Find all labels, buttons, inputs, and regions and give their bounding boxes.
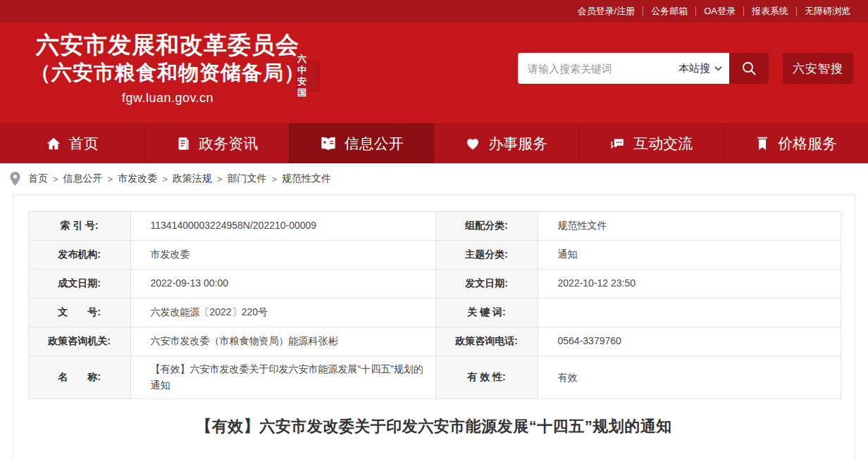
link-oa-login[interactable]: OA登录 [696, 6, 744, 16]
nav-item-services[interactable]: 办事服务 [434, 123, 579, 163]
site-domain: fgw.luan.gov.cn [8, 91, 327, 106]
meta-label-group-category: 组配分类: [436, 212, 538, 241]
breadcrumb-policy[interactable]: 政策法规 [173, 172, 212, 185]
site-brand[interactable]: 六安市发展和改革委员会 （六安市粮食和物资储备局） fgw.luan.gov.c… [8, 31, 327, 106]
site-subtitle: （六安市粮食和物资储备局） [8, 59, 327, 86]
meta-value-written-date: 2022-09-13 00:00 [131, 270, 436, 298]
meta-value-keywords [538, 298, 841, 327]
search-input[interactable] [528, 63, 673, 75]
chevron-down-icon [714, 66, 722, 71]
breadcrumb-separator: > [217, 174, 223, 184]
meta-value-doc-number: 六发改能源〔2022〕220号 [131, 298, 436, 327]
content-panel: 索 引 号: 11341400003224958N/202210-00009 组… [13, 194, 855, 459]
meta-label-topic-category: 主题分类: [436, 241, 538, 270]
meta-value-consult-phone: 0564-3379760 [538, 327, 841, 356]
link-member-login[interactable]: 会员登录/注册 [570, 6, 644, 16]
meta-value-consult-agency: 六安市发改委（市粮食物资局）能源科张彬 [131, 327, 436, 356]
meta-label-written-date: 成文日期: [29, 270, 131, 298]
meta-value-group-category: 规范性文件 [538, 212, 841, 241]
search-input-area: 本站搜 [518, 53, 729, 84]
meta-label-index-no: 索 引 号: [29, 212, 131, 241]
link-accessibility[interactable]: 无障碍浏览 [797, 6, 858, 16]
breadcrumb-separator: > [108, 174, 113, 184]
nav-item-info-disclosure[interactable]: 信息公开 [289, 123, 434, 163]
nav-item-home[interactable]: 首页 [0, 123, 144, 163]
search-button[interactable] [729, 53, 769, 84]
breadcrumb-separator: > [162, 174, 168, 184]
breadcrumb: 首页 > 信息公开 > 市发改委 > 政策法规 > 部门文件 > 规范性文件 [0, 163, 868, 194]
meta-label-doc-number: 文 号: [29, 298, 131, 327]
location-pin-icon [9, 171, 21, 187]
nav-item-interaction[interactable]: 互动交流 [578, 123, 724, 163]
nav-item-price[interactable]: 价格服务 [724, 123, 868, 163]
site-title: 六安市发展和改革委员会 [8, 31, 327, 59]
breadcrumb-info-disclosure[interactable]: 信息公开 [63, 172, 103, 185]
site-header: 六安市发展和改革委员会 （六安市粮食和物资储备局） fgw.luan.gov.c… [0, 23, 868, 123]
breadcrumb-home[interactable]: 首页 [28, 172, 48, 185]
nav-label: 首页 [69, 134, 99, 153]
meta-label-validity: 有 效 性: [436, 356, 538, 399]
nav-item-news[interactable]: 政务资讯 [144, 123, 290, 163]
meta-value-topic-category: 通知 [538, 241, 841, 270]
china-luan-seal-icon: 六中安国 [296, 60, 320, 92]
utility-bar: 会员登录/注册 公务邮箱 OA登录 报表系统 无障碍浏览 [0, 0, 868, 23]
meta-label-issuing-agency: 发布机构: [29, 241, 131, 270]
nav-label: 互动交流 [633, 134, 693, 153]
breadcrumb-separator: > [53, 174, 58, 184]
meta-label-consult-phone: 政策咨询电话: [436, 327, 538, 356]
search-scope-label: 本站搜 [678, 62, 710, 75]
meta-value-name: 【有效】六安市发改委关于印发六安市能源发展“十四五”规划的通知 [131, 356, 436, 399]
breadcrumb-normative-docs[interactable]: 规范性文件 [282, 172, 331, 185]
meta-value-index-no: 11341400003224958N/202210-00009 [131, 212, 436, 241]
meta-label-name: 名 称: [29, 356, 131, 399]
search-area: 本站搜 六安智搜 [518, 53, 853, 84]
open-book-icon [320, 136, 337, 151]
meta-value-publish-date: 2022-10-12 23:50 [538, 270, 841, 298]
link-report-system[interactable]: 报表系统 [744, 6, 797, 16]
home-icon [46, 136, 61, 151]
meta-value-validity: 有效 [538, 356, 841, 399]
heart-icon [465, 136, 480, 151]
search-box: 本站搜 [518, 53, 769, 84]
bookmark-icon [755, 136, 770, 151]
main-nav: 首页 政务资讯 信息公开 办事服务 [0, 123, 868, 163]
nav-label: 价格服务 [778, 134, 837, 153]
nav-label: 办事服务 [488, 134, 547, 153]
nav-label: 政务资讯 [199, 134, 258, 153]
chat-icon [609, 136, 626, 151]
news-icon [175, 136, 191, 151]
breadcrumb-separator: > [271, 174, 277, 184]
document-meta-table: 索 引 号: 11341400003224958N/202210-00009 组… [28, 211, 841, 399]
search-icon [740, 60, 757, 77]
meta-label-keywords: 关 键 词: [436, 298, 538, 327]
smart-search-button[interactable]: 六安智搜 [783, 53, 853, 84]
meta-label-publish-date: 发文日期: [436, 270, 538, 298]
document-title: 【有效】六安市发改委关于印发六安市能源发展“十四五”规划的通知 [13, 416, 855, 437]
meta-label-consult-agency: 政策咨询机关: [29, 327, 131, 356]
breadcrumb-fgw[interactable]: 市发改委 [118, 172, 157, 185]
nav-label: 信息公开 [345, 134, 404, 153]
meta-value-issuing-agency: 市发改委 [131, 241, 436, 270]
breadcrumb-dept-docs[interactable]: 部门文件 [227, 172, 266, 185]
link-official-mail[interactable]: 公务邮箱 [643, 6, 696, 16]
search-scope-dropdown[interactable]: 本站搜 [673, 62, 722, 75]
